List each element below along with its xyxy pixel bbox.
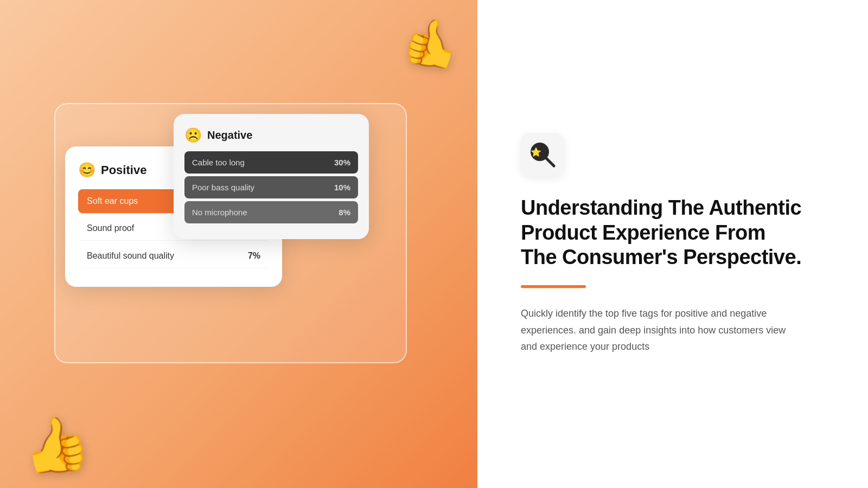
positive-row-1-label: Soft ear cups xyxy=(87,196,138,206)
negative-row-3: No microphone 8% xyxy=(184,201,358,223)
cards-area: 😊 Positive Soft ear cups 30% Sound proof… xyxy=(54,103,423,385)
negative-row-1-label: Cable too long xyxy=(192,158,245,167)
description-text: Quickly identify the top five tags for p… xyxy=(521,305,792,355)
app-icon: ⭐ xyxy=(521,133,564,176)
negative-card-header: ☹️ Negative xyxy=(184,127,358,144)
accent-divider xyxy=(521,285,586,288)
positive-row-3: Beautiful sound quality 7% xyxy=(78,244,269,268)
negative-card: ☹️ Negative Cable too long 30% Poor bass… xyxy=(174,114,369,239)
negative-row-1: Cable too long 30% xyxy=(184,151,358,174)
positive-card-title: Positive xyxy=(101,163,146,177)
thumb-up-icon: 👍 xyxy=(17,408,95,483)
positive-row-3-label: Beautiful sound quality xyxy=(87,251,174,261)
search-star-icon: ⭐ xyxy=(529,141,556,168)
negative-smiley-icon: ☹️ xyxy=(184,127,202,144)
negative-row-3-pct: 8% xyxy=(339,208,350,217)
negative-row-3-label: No microphone xyxy=(192,208,247,217)
svg-line-1 xyxy=(546,158,554,166)
negative-row-2-pct: 10% xyxy=(334,183,350,192)
thumb-down-icon: 👍 xyxy=(398,10,467,77)
positive-smiley-icon: 😊 xyxy=(78,162,95,178)
left-panel: 👍 😊 Positive Soft ear cups 30% Sound pro… xyxy=(0,0,477,488)
positive-row-3-pct: 7% xyxy=(248,251,260,261)
positive-row-2-label: Sound proof xyxy=(87,223,134,233)
right-panel: ⭐ Understanding The Authentic Product Ex… xyxy=(477,0,868,488)
main-heading: Understanding The Authentic Product Expe… xyxy=(521,196,825,270)
negative-row-1-pct: 30% xyxy=(334,158,350,167)
negative-card-title: Negative xyxy=(207,129,252,142)
svg-text:⭐: ⭐ xyxy=(531,147,541,157)
negative-row-2: Poor bass quality 10% xyxy=(184,176,358,198)
negative-row-2-label: Poor bass quality xyxy=(192,183,254,192)
